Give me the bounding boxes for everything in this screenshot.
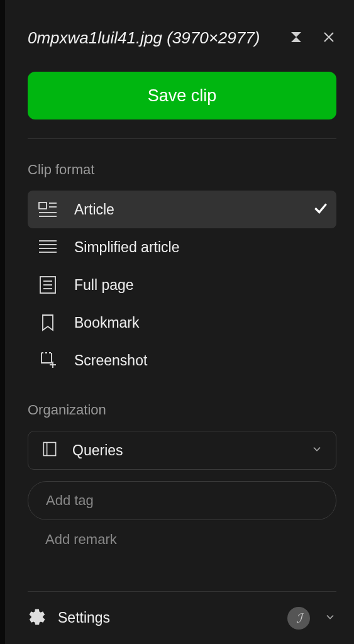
notebook-selector[interactable]: Queries [28,431,336,470]
clip-format-list: Article Simplified article [5,191,354,379]
tag-input[interactable] [46,492,318,509]
format-item-label: Bookmark [74,314,336,331]
format-item-fullpage[interactable]: Full page [5,266,354,304]
screenshot-icon [38,350,58,370]
svg-rect-0 [39,203,47,209]
chevron-down-icon [311,443,323,458]
full-page-icon [38,275,58,295]
format-item-bookmark[interactable]: Bookmark [5,304,354,341]
notebook-selected-label: Queries [72,442,297,459]
bookmark-icon [38,313,58,333]
format-item-screenshot[interactable]: Screenshot [5,341,354,379]
hourglass-icon[interactable] [289,30,304,47]
check-icon [313,200,329,219]
settings-label: Settings [58,609,110,626]
format-item-article[interactable]: Article [28,191,336,228]
svg-rect-15 [43,443,55,456]
account-chevron-down-icon[interactable] [324,611,336,626]
clip-format-section-label: Clip format [5,139,354,191]
format-item-label: Simplified article [74,239,336,256]
simplified-article-icon [38,237,58,257]
clip-title: 0mpxwa1luil41.jpg (3970×2977) [28,28,276,48]
remark-input[interactable] [45,531,319,548]
format-item-label: Full page [74,277,336,294]
tag-field[interactable] [28,481,336,520]
format-item-label: Article [74,201,296,218]
avatar[interactable]: ℐ [287,607,310,630]
article-icon [38,199,58,219]
header: 0mpxwa1luil41.jpg (3970×2977) [5,0,354,60]
save-clip-button[interactable]: Save clip [28,72,336,119]
remark-field[interactable] [28,531,336,548]
footer: Settings ℐ [28,591,336,644]
organization-section-label: Organization [5,379,354,431]
settings-button[interactable]: Settings [28,608,287,629]
format-item-simplified[interactable]: Simplified article [5,228,354,266]
notebook-icon [41,440,58,460]
format-item-label: Screenshot [74,352,336,369]
close-icon[interactable] [321,30,336,47]
gear-icon [28,608,47,629]
